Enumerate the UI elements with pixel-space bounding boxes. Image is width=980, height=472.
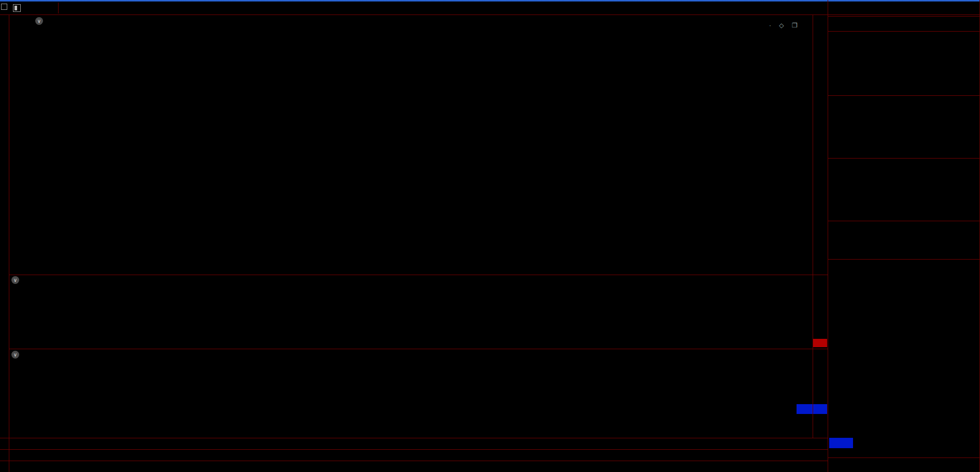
action-buttons	[613, 2, 828, 15]
chart-title-row: ∨	[31, 17, 78, 25]
app-window: ∨ · ◇ ❐ ∨ ∨	[0, 0, 980, 472]
indicator-bar	[9, 450, 828, 461]
chevron-down-icon[interactable]: ∨	[11, 351, 19, 359]
chevron-down-icon[interactable]: ∨	[35, 17, 43, 25]
mini-intraday-canvas[interactable]	[828, 272, 948, 456]
layout-icon[interactable]	[13, 4, 21, 12]
bottom-bar	[0, 461, 828, 472]
main-chart-canvas[interactable]	[10, 15, 811, 438]
chevron-down-icon[interactable]: ∨	[11, 276, 19, 284]
macd-negative-scale-badge	[797, 404, 827, 414]
weibi-row	[828, 17, 980, 30]
mini-bottom-tabs	[828, 458, 980, 472]
volume-unit-badge	[813, 339, 827, 347]
volume-header: ∨	[11, 276, 45, 284]
left-sidebar	[0, 2, 9, 472]
macd-header: ∨	[11, 351, 45, 359]
sidebar-collapse-icon[interactable]	[1, 4, 7, 10]
chart-corner-icons[interactable]: · ◇ ❐	[769, 22, 801, 29]
